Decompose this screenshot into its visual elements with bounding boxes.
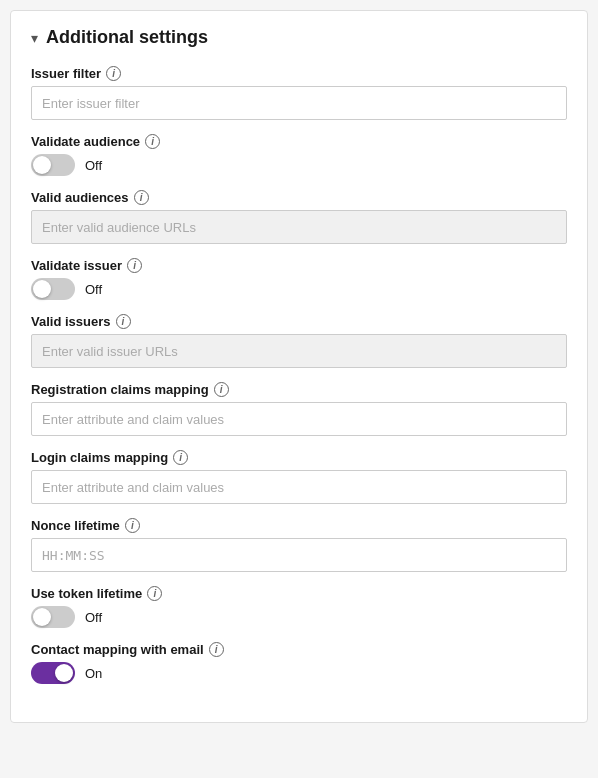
registration-claims-input[interactable] (31, 402, 567, 436)
use-token-lifetime-group: Use token lifetime i Off (31, 586, 567, 628)
validate-audience-group: Validate audience i Off (31, 134, 567, 176)
login-claims-label: Login claims mapping i (31, 450, 567, 465)
login-claims-info-icon[interactable]: i (173, 450, 188, 465)
issuer-filter-label: Issuer filter i (31, 66, 567, 81)
validate-issuer-toggle-label: Off (85, 282, 102, 297)
nonce-lifetime-label: Nonce lifetime i (31, 518, 567, 533)
valid-issuers-group: Valid issuers i (31, 314, 567, 368)
contact-mapping-toggle-row: On (31, 662, 567, 684)
valid-issuers-input[interactable] (31, 334, 567, 368)
section-title: Additional settings (46, 27, 208, 48)
use-token-lifetime-info-icon[interactable]: i (147, 586, 162, 601)
use-token-lifetime-toggle-knob (33, 608, 51, 626)
validate-audience-info-icon[interactable]: i (145, 134, 160, 149)
validate-audience-toggle-row: Off (31, 154, 567, 176)
validate-audience-toggle-label: Off (85, 158, 102, 173)
validate-issuer-group: Validate issuer i Off (31, 258, 567, 300)
validate-audience-toggle-knob (33, 156, 51, 174)
nonce-lifetime-info-icon[interactable]: i (125, 518, 140, 533)
contact-mapping-group: Contact mapping with email i On (31, 642, 567, 684)
use-token-lifetime-label: Use token lifetime i (31, 586, 567, 601)
validate-audience-toggle[interactable] (31, 154, 75, 176)
issuer-filter-input[interactable] (31, 86, 567, 120)
contact-mapping-label: Contact mapping with email i (31, 642, 567, 657)
issuer-filter-info-icon[interactable]: i (106, 66, 121, 81)
validate-issuer-toggle-knob (33, 280, 51, 298)
contact-mapping-info-icon[interactable]: i (209, 642, 224, 657)
valid-issuers-info-icon[interactable]: i (116, 314, 131, 329)
login-claims-group: Login claims mapping i (31, 450, 567, 504)
login-claims-input[interactable] (31, 470, 567, 504)
issuer-filter-group: Issuer filter i (31, 66, 567, 120)
validate-issuer-label: Validate issuer i (31, 258, 567, 273)
validate-issuer-info-icon[interactable]: i (127, 258, 142, 273)
valid-audiences-input[interactable] (31, 210, 567, 244)
nonce-lifetime-input[interactable] (31, 538, 567, 572)
nonce-lifetime-group: Nonce lifetime i (31, 518, 567, 572)
registration-claims-label: Registration claims mapping i (31, 382, 567, 397)
collapse-chevron-icon[interactable]: ▾ (31, 30, 38, 46)
use-token-lifetime-toggle-label: Off (85, 610, 102, 625)
contact-mapping-toggle-knob (55, 664, 73, 682)
valid-issuers-label: Valid issuers i (31, 314, 567, 329)
valid-audiences-label: Valid audiences i (31, 190, 567, 205)
valid-audiences-info-icon[interactable]: i (134, 190, 149, 205)
validate-issuer-toggle[interactable] (31, 278, 75, 300)
validate-issuer-toggle-row: Off (31, 278, 567, 300)
registration-claims-group: Registration claims mapping i (31, 382, 567, 436)
registration-claims-info-icon[interactable]: i (214, 382, 229, 397)
validate-audience-label: Validate audience i (31, 134, 567, 149)
use-token-lifetime-toggle[interactable] (31, 606, 75, 628)
contact-mapping-toggle[interactable] (31, 662, 75, 684)
section-header: ▾ Additional settings (31, 27, 567, 48)
valid-audiences-group: Valid audiences i (31, 190, 567, 244)
additional-settings-card: ▾ Additional settings Issuer filter i Va… (10, 10, 588, 723)
use-token-lifetime-toggle-row: Off (31, 606, 567, 628)
contact-mapping-toggle-label: On (85, 666, 102, 681)
